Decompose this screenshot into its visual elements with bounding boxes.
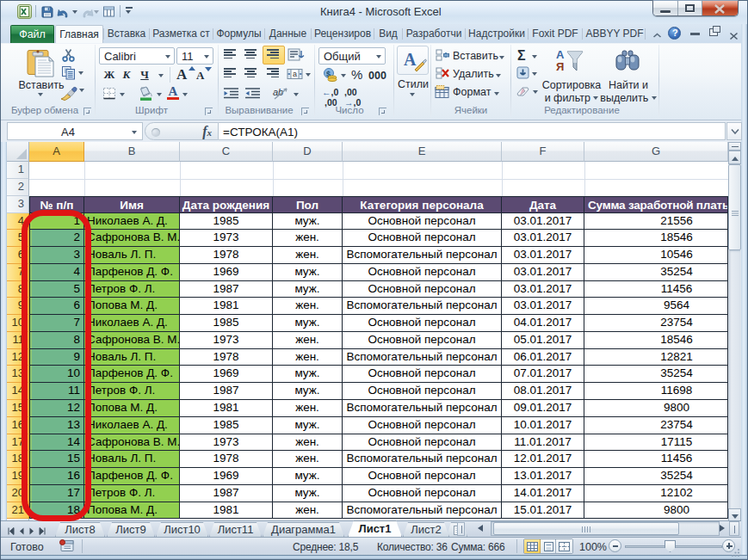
svg-text:А: А	[556, 48, 565, 61]
svg-text:Я: Я	[556, 60, 564, 73]
svg-text:a: a	[293, 70, 297, 78]
